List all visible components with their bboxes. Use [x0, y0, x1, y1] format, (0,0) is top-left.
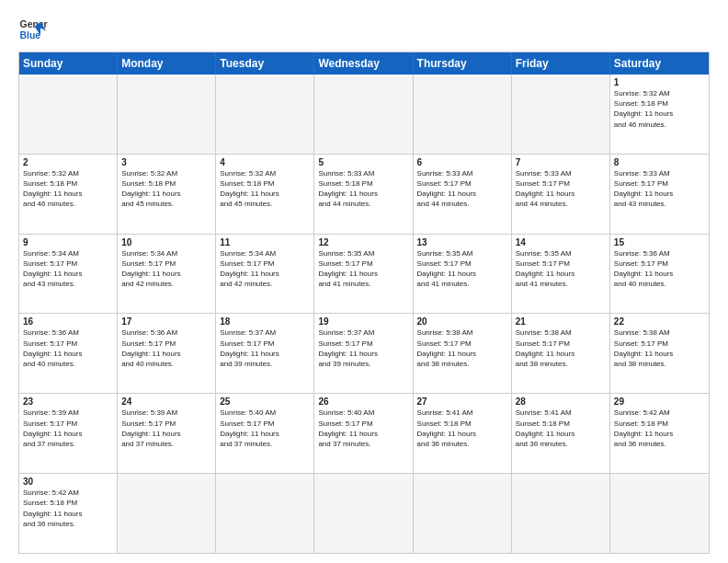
calendar-cell: 30Sunrise: 5:42 AM Sunset: 5:18 PM Dayli…	[19, 474, 118, 553]
day-number: 2	[23, 157, 113, 167]
day-info: Sunrise: 5:33 AM Sunset: 5:18 PM Dayligh…	[318, 168, 408, 210]
day-info: Sunrise: 5:36 AM Sunset: 5:17 PM Dayligh…	[23, 327, 113, 369]
calendar-cell: 5Sunrise: 5:33 AM Sunset: 5:18 PM Daylig…	[314, 155, 413, 234]
day-number: 23	[23, 396, 113, 407]
day-info: Sunrise: 5:34 AM Sunset: 5:17 PM Dayligh…	[121, 248, 211, 290]
header-day-wednesday: Wednesday	[314, 52, 413, 75]
day-info: Sunrise: 5:39 AM Sunset: 5:17 PM Dayligh…	[23, 408, 113, 449]
calendar-cell	[414, 474, 512, 553]
day-number: 6	[417, 157, 507, 167]
day-number: 8	[614, 157, 705, 167]
day-info: Sunrise: 5:34 AM Sunset: 5:17 PM Dayligh…	[220, 248, 310, 290]
day-info: Sunrise: 5:37 AM Sunset: 5:17 PM Dayligh…	[318, 327, 408, 369]
day-info: Sunrise: 5:32 AM Sunset: 5:18 PM Dayligh…	[121, 168, 211, 210]
calendar-cell: 12Sunrise: 5:35 AM Sunset: 5:17 PM Dayli…	[314, 235, 413, 314]
day-info: Sunrise: 5:36 AM Sunset: 5:17 PM Dayligh…	[614, 248, 705, 290]
day-info: Sunrise: 5:33 AM Sunset: 5:17 PM Dayligh…	[417, 168, 507, 210]
day-number: 11	[220, 237, 310, 247]
calendar-cell	[118, 474, 216, 553]
day-number: 7	[516, 157, 606, 167]
day-info: Sunrise: 5:38 AM Sunset: 5:17 PM Dayligh…	[614, 327, 705, 369]
calendar-row: 1Sunrise: 5:32 AM Sunset: 5:18 PM Daylig…	[19, 75, 709, 155]
day-number: 22	[614, 316, 705, 327]
day-number: 25	[220, 396, 310, 407]
calendar-cell: 17Sunrise: 5:36 AM Sunset: 5:17 PM Dayli…	[118, 314, 216, 393]
calendar-cell: 1Sunrise: 5:32 AM Sunset: 5:18 PM Daylig…	[610, 75, 709, 154]
day-info: Sunrise: 5:32 AM Sunset: 5:18 PM Dayligh…	[220, 168, 310, 210]
calendar-body: 1Sunrise: 5:32 AM Sunset: 5:18 PM Daylig…	[19, 75, 709, 553]
calendar-cell: 14Sunrise: 5:35 AM Sunset: 5:17 PM Dayli…	[512, 235, 610, 314]
logo-icon: General Blue	[18, 15, 48, 44]
logo: General Blue	[18, 15, 48, 44]
calendar-cell: 19Sunrise: 5:37 AM Sunset: 5:17 PM Dayli…	[314, 314, 413, 393]
day-info: Sunrise: 5:36 AM Sunset: 5:17 PM Dayligh…	[121, 327, 211, 369]
day-number: 9	[23, 237, 113, 247]
calendar-cell: 9Sunrise: 5:34 AM Sunset: 5:17 PM Daylig…	[19, 235, 118, 314]
day-number: 15	[614, 237, 705, 247]
day-number: 12	[318, 237, 408, 247]
day-info: Sunrise: 5:38 AM Sunset: 5:17 PM Dayligh…	[516, 327, 606, 369]
day-info: Sunrise: 5:33 AM Sunset: 5:17 PM Dayligh…	[614, 168, 705, 210]
calendar-cell: 11Sunrise: 5:34 AM Sunset: 5:17 PM Dayli…	[216, 235, 314, 314]
calendar-cell	[19, 75, 118, 154]
calendar-cell: 25Sunrise: 5:40 AM Sunset: 5:17 PM Dayli…	[216, 394, 314, 473]
calendar-cell	[414, 75, 512, 154]
day-number: 3	[121, 157, 211, 167]
calendar-row: 2Sunrise: 5:32 AM Sunset: 5:18 PM Daylig…	[19, 155, 709, 235]
calendar-cell: 16Sunrise: 5:36 AM Sunset: 5:17 PM Dayli…	[19, 314, 118, 393]
calendar-cell	[314, 474, 413, 553]
calendar-cell: 4Sunrise: 5:32 AM Sunset: 5:18 PM Daylig…	[216, 155, 314, 234]
day-number: 14	[516, 237, 606, 247]
day-number: 19	[318, 316, 408, 327]
day-number: 17	[121, 316, 211, 327]
day-number: 27	[417, 396, 507, 407]
day-number: 5	[318, 157, 408, 167]
calendar-cell: 3Sunrise: 5:32 AM Sunset: 5:18 PM Daylig…	[118, 155, 216, 234]
calendar-cell	[314, 75, 413, 154]
page: General Blue SundayMondayTuesdayWednesda…	[0, 0, 728, 563]
calendar-cell: 28Sunrise: 5:41 AM Sunset: 5:18 PM Dayli…	[512, 394, 610, 473]
calendar-cell: 10Sunrise: 5:34 AM Sunset: 5:17 PM Dayli…	[118, 235, 216, 314]
day-number: 21	[516, 316, 606, 327]
day-info: Sunrise: 5:34 AM Sunset: 5:17 PM Dayligh…	[23, 248, 113, 290]
day-info: Sunrise: 5:35 AM Sunset: 5:17 PM Dayligh…	[417, 248, 507, 290]
day-info: Sunrise: 5:42 AM Sunset: 5:18 PM Dayligh…	[23, 488, 113, 529]
day-number: 10	[121, 237, 211, 247]
calendar-header: SundayMondayTuesdayWednesdayThursdayFrid…	[19, 52, 709, 75]
calendar-cell: 18Sunrise: 5:37 AM Sunset: 5:17 PM Dayli…	[216, 314, 314, 393]
day-info: Sunrise: 5:35 AM Sunset: 5:17 PM Dayligh…	[516, 248, 606, 290]
day-number: 30	[23, 477, 113, 487]
calendar-cell: 22Sunrise: 5:38 AM Sunset: 5:17 PM Dayli…	[610, 314, 709, 393]
calendar-cell: 24Sunrise: 5:39 AM Sunset: 5:17 PM Dayli…	[118, 394, 216, 473]
header-day-sunday: Sunday	[19, 52, 118, 75]
header-day-thursday: Thursday	[414, 52, 512, 75]
day-info: Sunrise: 5:40 AM Sunset: 5:17 PM Dayligh…	[220, 408, 310, 449]
calendar-cell: 23Sunrise: 5:39 AM Sunset: 5:17 PM Dayli…	[19, 394, 118, 473]
header: General Blue	[18, 15, 710, 44]
calendar-cell: 20Sunrise: 5:38 AM Sunset: 5:17 PM Dayli…	[414, 314, 512, 393]
day-info: Sunrise: 5:32 AM Sunset: 5:18 PM Dayligh…	[614, 88, 705, 130]
day-number: 1	[614, 77, 705, 87]
calendar-row: 23Sunrise: 5:39 AM Sunset: 5:17 PM Dayli…	[19, 394, 709, 474]
day-info: Sunrise: 5:40 AM Sunset: 5:17 PM Dayligh…	[318, 408, 408, 449]
calendar-cell	[216, 474, 314, 553]
day-info: Sunrise: 5:37 AM Sunset: 5:17 PM Dayligh…	[220, 327, 310, 369]
header-day-monday: Monday	[118, 52, 216, 75]
calendar-cell: 27Sunrise: 5:41 AM Sunset: 5:18 PM Dayli…	[414, 394, 512, 473]
day-info: Sunrise: 5:33 AM Sunset: 5:17 PM Dayligh…	[516, 168, 606, 210]
calendar-cell: 7Sunrise: 5:33 AM Sunset: 5:17 PM Daylig…	[512, 155, 610, 234]
day-number: 28	[516, 396, 606, 407]
calendar-cell	[512, 474, 610, 553]
header-day-tuesday: Tuesday	[216, 52, 314, 75]
calendar-cell: 26Sunrise: 5:40 AM Sunset: 5:17 PM Dayli…	[314, 394, 413, 473]
calendar: SundayMondayTuesdayWednesdayThursdayFrid…	[18, 52, 710, 554]
day-info: Sunrise: 5:32 AM Sunset: 5:18 PM Dayligh…	[23, 168, 113, 210]
day-number: 18	[220, 316, 310, 327]
calendar-cell: 6Sunrise: 5:33 AM Sunset: 5:17 PM Daylig…	[414, 155, 512, 234]
day-info: Sunrise: 5:41 AM Sunset: 5:18 PM Dayligh…	[417, 408, 507, 449]
calendar-cell: 29Sunrise: 5:42 AM Sunset: 5:18 PM Dayli…	[610, 394, 709, 473]
day-info: Sunrise: 5:41 AM Sunset: 5:18 PM Dayligh…	[516, 408, 606, 449]
day-info: Sunrise: 5:38 AM Sunset: 5:17 PM Dayligh…	[417, 327, 507, 369]
calendar-cell	[118, 75, 216, 154]
calendar-cell: 21Sunrise: 5:38 AM Sunset: 5:17 PM Dayli…	[512, 314, 610, 393]
